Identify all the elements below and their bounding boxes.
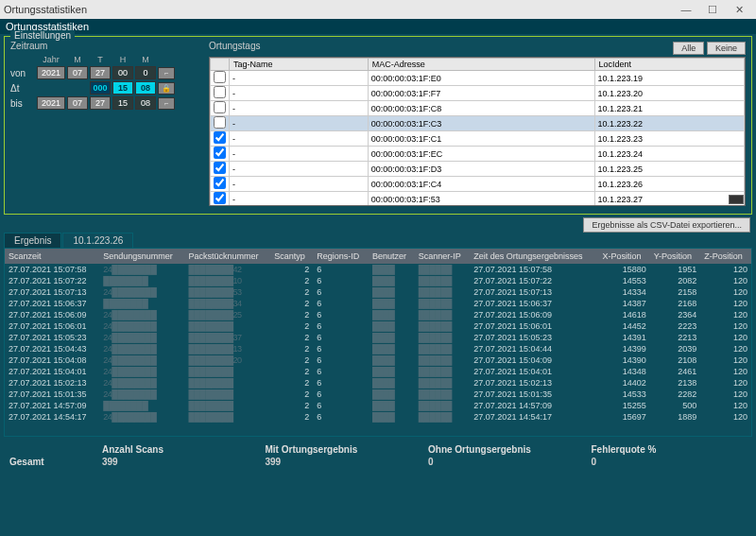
tag-loc-cell: 10.1.223.24	[594, 147, 744, 162]
tag-mac-cell: 00:00:00:03:1F:C8	[368, 101, 594, 116]
col-loc[interactable]: LocIdent	[594, 59, 744, 71]
results-col[interactable]: Sendungsnummer	[99, 249, 184, 264]
tag-row[interactable]: - 00:00:00:03:1F:EC 10.1.223.24	[211, 147, 745, 162]
results-col[interactable]: Scanzeit	[5, 249, 99, 264]
tab[interactable]: 10.1.223.26	[62, 233, 133, 248]
table-row[interactable]: 27.07.2021 15:04:4324████████████████132…	[5, 343, 751, 354]
results-col[interactable]: Scanner-IP	[415, 249, 471, 264]
results-table[interactable]: ScanzeitSendungsnummerPackstücknummerSca…	[4, 248, 752, 437]
results-col[interactable]: Packstücknummer	[185, 249, 271, 264]
tag-table[interactable]: Tag-Name MAC-Adresse LocIdent - 00:00:00…	[209, 57, 746, 206]
tag-name-cell: -	[230, 162, 369, 177]
bis-t[interactable]: 27	[90, 96, 111, 110]
tag-checkbox[interactable]	[214, 147, 226, 159]
tag-mac-cell: 00:00:00:03:1F:F7	[368, 86, 594, 101]
alle-button[interactable]: Alle	[673, 42, 704, 55]
col-tagname[interactable]: Tag-Name	[230, 59, 369, 71]
zeitraum-title: Zeitraum	[10, 41, 199, 51]
dt-lock-icon[interactable]: 🔒	[158, 82, 175, 95]
tag-name-cell: -	[230, 101, 369, 116]
bis-jahr[interactable]: 2021	[37, 96, 65, 110]
table-row[interactable]: 27.07.2021 15:06:0924████████████████252…	[5, 309, 751, 320]
tag-row[interactable]: - 00:00:00:03:1F:C3 10.1.223.22	[211, 116, 745, 131]
col-mac[interactable]: MAC-Adresse	[368, 59, 594, 71]
results-col[interactable]: Z-Position	[700, 249, 751, 264]
tag-loc-cell: 10.1.223.20	[594, 86, 744, 101]
von-stair-icon[interactable]: ⌐	[158, 67, 175, 79]
maximize-icon[interactable]: ☐	[699, 4, 726, 16]
table-row[interactable]: 27.07.2021 15:01:3524████████████████26█…	[5, 389, 751, 400]
tab[interactable]: Ergebnis	[4, 233, 61, 248]
table-row[interactable]: 27.07.2021 14:57:09████████████████26███…	[5, 400, 751, 411]
dt-min[interactable]: 08	[135, 81, 156, 95]
keine-button[interactable]: Keine	[707, 42, 746, 55]
ortungstags-section: Ortungstags Alle Keine Tag-Name MAC-Adre…	[209, 41, 746, 206]
table-row[interactable]: 27.07.2021 15:05:2324████████████████372…	[5, 332, 751, 343]
tag-checkbox[interactable]	[214, 101, 226, 113]
bis-min[interactable]: 08	[135, 96, 156, 110]
tag-checkbox[interactable]	[214, 131, 226, 144]
gesamt-fehler: 0	[592, 457, 747, 467]
table-row[interactable]: 27.07.2021 15:04:0824████████████████202…	[5, 354, 751, 366]
tag-row[interactable]: - 00:00:00:03:1F:C4 10.1.223.26	[211, 177, 745, 192]
table-row[interactable]: 27.07.2021 15:07:5824████████████████422…	[5, 264, 751, 275]
dt-h[interactable]: 15	[112, 81, 133, 95]
tag-row[interactable]: - 00:00:00:03:1F:C8 10.1.223.21	[211, 101, 745, 116]
results-col[interactable]: Benutzer	[369, 249, 415, 264]
bis-stair-icon[interactable]: ⌐	[158, 97, 175, 110]
gesamt-mit: 399	[266, 457, 421, 467]
export-csv-button[interactable]: Ergebnisse als CSV-Datei exportieren...	[583, 217, 750, 233]
tag-checkbox[interactable]	[214, 162, 226, 174]
tag-row[interactable]: - 00:00:00:03:1F:E0 10.1.223.19	[211, 71, 745, 86]
tag-name-cell: -	[230, 177, 369, 192]
results-col[interactable]: Scantyp	[270, 249, 313, 264]
bis-m[interactable]: 07	[67, 96, 88, 110]
results-col[interactable]: Y-Position	[650, 249, 700, 264]
dt-d[interactable]: 000	[90, 81, 111, 95]
table-row[interactable]: 27.07.2021 15:02:1324████████████████26█…	[5, 377, 751, 389]
table-row[interactable]: 27.07.2021 15:06:0124████████████████26█…	[5, 320, 751, 332]
bis-h[interactable]: 15	[112, 96, 133, 110]
tag-name-cell: -	[230, 192, 369, 207]
von-jahr[interactable]: 2021	[37, 66, 65, 79]
gesamt-ohne: 0	[428, 457, 584, 467]
tag-checkbox[interactable]	[214, 192, 226, 204]
tag-row[interactable]: - 00:00:00:03:1F:C1 10.1.223.23	[211, 131, 745, 147]
tag-row[interactable]: - 00:00:00:03:1F:D3 10.1.223.25	[211, 162, 745, 177]
ortungstags-title: Ortungstags	[209, 41, 260, 51]
table-row[interactable]: 27.07.2021 15:04:0124████████████████26█…	[5, 366, 751, 377]
results-col[interactable]: Zeit des Ortungsergebnisses	[470, 249, 598, 264]
results-col[interactable]: Regions-ID	[313, 249, 369, 264]
von-m[interactable]: 07	[67, 66, 88, 79]
tag-row[interactable]: - 00:00:00:03:1F:53 10.1.223.27	[211, 192, 745, 207]
tag-checkbox[interactable]	[214, 86, 226, 98]
dt-label: Δt	[10, 83, 35, 94]
page-title: Ortungsstatistiken	[0, 19, 756, 34]
col-chk[interactable]	[211, 59, 230, 71]
col-jahr: Jahr	[37, 55, 65, 64]
results-col[interactable]: X-Position	[599, 249, 650, 264]
tag-checkbox[interactable]	[214, 177, 226, 189]
tag-checkbox[interactable]	[214, 71, 226, 83]
table-row[interactable]: 27.07.2021 15:07:1324████████████████532…	[5, 286, 751, 298]
close-icon[interactable]: ✕	[726, 4, 752, 16]
tag-checkbox[interactable]	[214, 116, 226, 129]
von-h[interactable]: 00	[112, 66, 133, 79]
tag-row[interactable]: - 00:00:00:03:1F:F7 10.1.223.20	[211, 86, 745, 101]
tag-mac-cell: 00:00:00:03:1F:53	[368, 192, 594, 207]
minimize-icon[interactable]: —	[673, 4, 699, 15]
von-min[interactable]: 0	[135, 66, 156, 79]
sum-scans-label: Anzahl Scans	[102, 444, 258, 455]
table-row[interactable]: 27.07.2021 14:54:1724████████████████26█…	[5, 411, 751, 423]
col-t: T	[90, 55, 111, 64]
col-m: M	[67, 55, 88, 64]
sum-fehler-label: Fehlerquote %	[592, 444, 747, 455]
von-label: von	[10, 68, 35, 78]
titlebar: Ortungsstatistiken — ☐ ✕	[0, 0, 756, 19]
tag-name-cell: -	[230, 86, 369, 101]
von-t[interactable]: 27	[90, 66, 111, 79]
summary-panel: Anzahl Scans Mit Ortungsergebnis Ohne Or…	[0, 437, 756, 475]
table-row[interactable]: 27.07.2021 15:07:22████████████████1026█…	[5, 275, 751, 286]
resize-icon[interactable]	[729, 195, 744, 204]
table-row[interactable]: 27.07.2021 15:06:37████████████████3426█…	[5, 298, 751, 309]
